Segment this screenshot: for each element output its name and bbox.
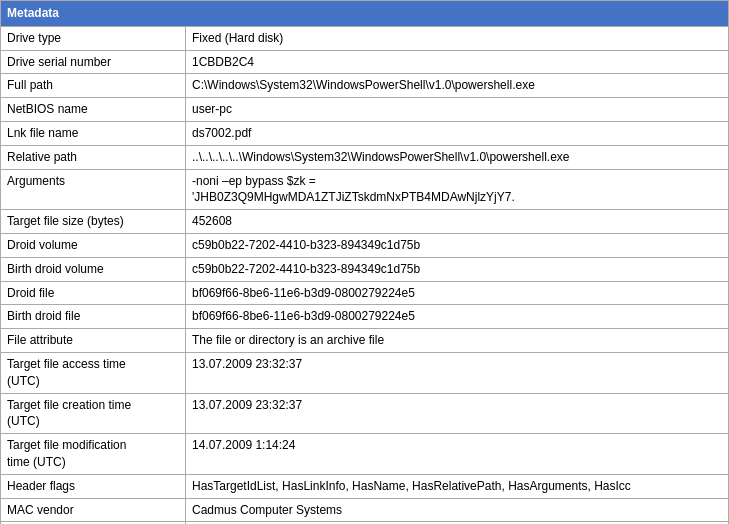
row-value: bf069f66-8be6-11e6-b3d9-0800279224e5 (186, 281, 729, 305)
row-value: 13.07.2009 23:32:37 (186, 393, 729, 434)
row-label: Target file creation time (UTC) (1, 393, 186, 434)
row-label: Target file size (bytes) (1, 210, 186, 234)
table-row: Header flagsHasTargetIdList, HasLinkInfo… (1, 474, 729, 498)
row-label: MAC vendor (1, 498, 186, 522)
row-label: Lnk file name (1, 121, 186, 145)
row-label: File attribute (1, 329, 186, 353)
table-row: Target file size (bytes)452608 (1, 210, 729, 234)
row-label: Relative path (1, 145, 186, 169)
table-row: Droid volumec59b0b22-7202-4410-b323-8943… (1, 233, 729, 257)
row-value: 14.07.2009 1:14:24 (186, 434, 729, 475)
row-value: c59b0b22-7202-4410-b323-894349c1d75b (186, 233, 729, 257)
row-value: ..\..\..\..\..\Windows\System32\WindowsP… (186, 145, 729, 169)
row-value: Cadmus Computer Systems (186, 498, 729, 522)
row-label: Drive serial number (1, 50, 186, 74)
row-label: Target file access time (UTC) (1, 352, 186, 393)
row-value: C:\Windows\System32\WindowsPowerShell\v1… (186, 74, 729, 98)
row-label: Full path (1, 74, 186, 98)
table-row: Arguments-noni –ep bypass $zk = 'JHB0Z3Q… (1, 169, 729, 210)
row-label: NetBIOS name (1, 98, 186, 122)
table-row: Target file modification time (UTC)14.07… (1, 434, 729, 475)
table-row: Birth droid filebf069f66-8be6-11e6-b3d9-… (1, 305, 729, 329)
row-value: The file or directory is an archive file (186, 329, 729, 353)
table-row: Birth droid volumec59b0b22-7202-4410-b32… (1, 257, 729, 281)
row-value: Fixed (Hard disk) (186, 26, 729, 50)
table-row: Target file access time (UTC)13.07.2009 … (1, 352, 729, 393)
row-value: user-pc (186, 98, 729, 122)
row-label: Droid file (1, 281, 186, 305)
row-label: Arguments (1, 169, 186, 210)
row-value: c59b0b22-7202-4410-b323-894349c1d75b (186, 257, 729, 281)
row-label: Birth droid volume (1, 257, 186, 281)
row-label: Droid volume (1, 233, 186, 257)
table-row: NetBIOS nameuser-pc (1, 98, 729, 122)
row-label: Birth droid file (1, 305, 186, 329)
table-row: Relative path..\..\..\..\..\Windows\Syst… (1, 145, 729, 169)
row-value: 13.07.2009 23:32:37 (186, 352, 729, 393)
metadata-table: Metadata Drive typeFixed (Hard disk)Driv… (0, 0, 729, 524)
row-label: Target file modification time (UTC) (1, 434, 186, 475)
table-row: Lnk file nameds7002.pdf (1, 121, 729, 145)
table-row: Target file creation time (UTC)13.07.200… (1, 393, 729, 434)
row-value: 1CBDB2C4 (186, 50, 729, 74)
row-value: ds7002.pdf (186, 121, 729, 145)
row-value: bf069f66-8be6-11e6-b3d9-0800279224e5 (186, 305, 729, 329)
row-value: 452608 (186, 210, 729, 234)
table-row: Droid filebf069f66-8be6-11e6-b3d9-080027… (1, 281, 729, 305)
row-value: -noni –ep bypass $zk = 'JHB0Z3Q9MHgwMDA1… (186, 169, 729, 210)
table-header: Metadata (1, 1, 729, 27)
row-value: HasTargetIdList, HasLinkInfo, HasName, H… (186, 474, 729, 498)
row-label: Header flags (1, 474, 186, 498)
table-row: Full pathC:\Windows\System32\WindowsPowe… (1, 74, 729, 98)
table-row: Drive serial number1CBDB2C4 (1, 50, 729, 74)
row-label: Drive type (1, 26, 186, 50)
table-row: MAC vendorCadmus Computer Systems (1, 498, 729, 522)
table-row: Drive typeFixed (Hard disk) (1, 26, 729, 50)
table-row: File attributeThe file or directory is a… (1, 329, 729, 353)
table-header-row: Metadata (1, 1, 729, 27)
